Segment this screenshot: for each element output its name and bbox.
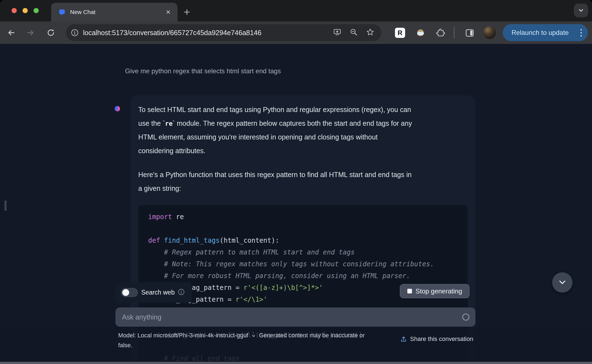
extensions-puzzle-icon[interactable] xyxy=(435,28,446,38)
search-web-panel: Search web xyxy=(115,282,192,303)
stop-generating-button[interactable]: Stop generating xyxy=(400,284,469,298)
zoom-window-button[interactable] xyxy=(34,8,39,13)
bottom-edge-bar xyxy=(0,362,592,364)
install-app-icon[interactable] xyxy=(333,28,341,37)
minimize-window-button[interactable] xyxy=(23,8,28,13)
side-panel-icon[interactable] xyxy=(464,28,475,38)
ask-input-bar[interactable] xyxy=(115,307,475,327)
stop-generating-label: Stop generating xyxy=(416,287,462,295)
tab-title: New Chat xyxy=(70,9,165,15)
tab-close-icon[interactable] xyxy=(165,9,171,15)
zoom-icon[interactable] xyxy=(350,28,358,37)
search-web-toggle[interactable] xyxy=(121,288,138,297)
toggle-knob xyxy=(122,289,129,296)
extension-face-icon[interactable] xyxy=(415,28,426,38)
assistant-paragraphs: To select HTML start and end tags using … xyxy=(138,103,468,195)
tab-search-chevron-button[interactable] xyxy=(574,4,588,17)
share-conversation-button[interactable]: Share this conversation xyxy=(400,335,473,343)
model-name-text: Model: Local microsoft/Phi-3-mini-4k-ins… xyxy=(118,332,248,339)
back-button[interactable] xyxy=(6,27,16,38)
close-window-button[interactable] xyxy=(12,8,17,13)
page-content: Give me python regex that selects html s… xyxy=(0,44,592,364)
url-text[interactable]: localhost:5173/conversation/665727c45da9… xyxy=(83,29,333,37)
new-tab-button[interactable] xyxy=(181,6,193,18)
loading-ring-icon xyxy=(462,313,469,321)
tab-strip: New Chat xyxy=(0,0,592,21)
chat-bubble-favicon xyxy=(58,9,66,16)
share-conversation-label: Share this conversation xyxy=(410,335,473,343)
toolbar-separator xyxy=(454,27,455,38)
browser-tab[interactable]: New Chat xyxy=(51,3,178,21)
stop-square-icon xyxy=(407,289,412,293)
forward-button[interactable] xyxy=(25,27,36,38)
model-info: Model: Local microsoft/Phi-3-mini-4k-ins… xyxy=(118,331,379,350)
relaunch-menu-kebab-icon[interactable] xyxy=(580,29,582,37)
address-bar[interactable]: localhost:5173/conversation/665727c45da9… xyxy=(66,24,381,41)
extension-r-icon[interactable]: R xyxy=(395,28,405,38)
footer: Model: Local microsoft/Phi-3-mini-4k-ins… xyxy=(0,327,592,364)
search-web-info-icon[interactable] xyxy=(178,289,185,296)
chevron-down-icon xyxy=(557,277,568,288)
bookmark-star-icon[interactable] xyxy=(366,28,374,37)
reload-button[interactable] xyxy=(46,27,56,38)
upload-icon xyxy=(400,336,407,343)
scroll-to-bottom-button[interactable] xyxy=(552,272,572,293)
site-info-icon[interactable] xyxy=(71,29,79,37)
model-selector-caret-icon[interactable] xyxy=(251,334,256,338)
browser-window: New Chat xyxy=(0,0,592,364)
profile-avatar[interactable] xyxy=(483,26,496,39)
ask-anything-input[interactable] xyxy=(122,313,462,321)
search-web-label: Search web xyxy=(141,289,175,296)
sidebar-drag-handle[interactable] xyxy=(4,200,7,211)
relaunch-label: Relaunch to update xyxy=(511,29,580,37)
user-message: Give me python regex that selects html s… xyxy=(125,67,281,75)
assistant-avatar xyxy=(115,106,120,111)
relaunch-to-update-button[interactable]: Relaunch to update xyxy=(503,24,588,41)
browser-toolbar: localhost:5173/conversation/665727c45da9… xyxy=(0,21,592,44)
